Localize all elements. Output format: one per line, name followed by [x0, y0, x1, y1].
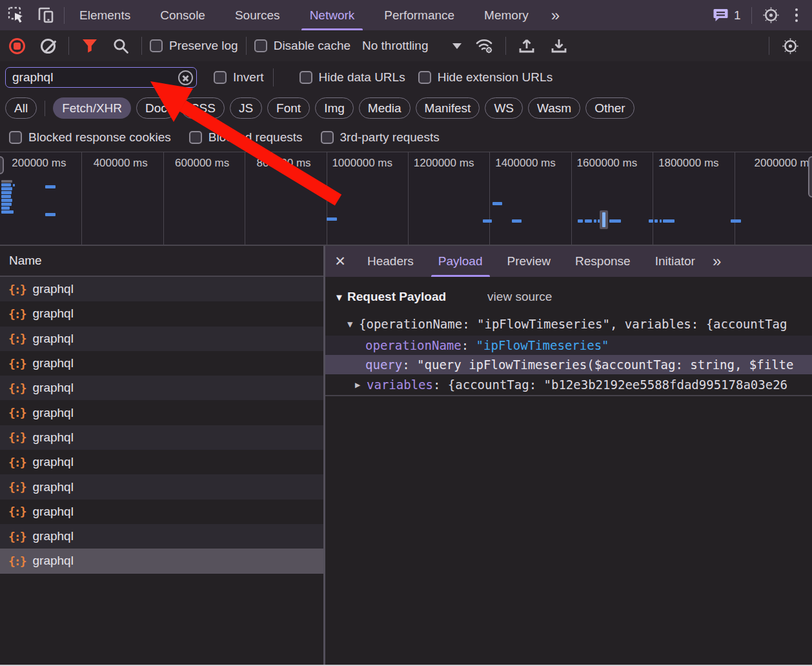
disable-cache-checkbox[interactable]: Disable cache	[254, 39, 350, 53]
payload-row-variables[interactable]: ▶variables: {accountTag: "b12e3b2192ee55…	[325, 374, 812, 396]
chip-font[interactable]: Font	[267, 97, 310, 119]
chip-fetch-xhr[interactable]: Fetch/XHR	[53, 97, 131, 119]
checkbox[interactable]	[321, 131, 334, 144]
request-row[interactable]: {:}graphql	[0, 400, 323, 425]
resource-type-filters: All Fetch/XHR Doc CSS JS Font Img Media …	[0, 94, 812, 123]
tab-memory[interactable]: Memory	[469, 0, 543, 30]
chip-all[interactable]: All	[5, 97, 37, 119]
checkbox[interactable]	[9, 131, 22, 144]
tab-initiator[interactable]: Initiator	[643, 246, 707, 277]
timeline-tick-label: 1000000 ms	[332, 157, 392, 170]
request-name: graphql	[33, 406, 74, 420]
export-har-icon[interactable]	[546, 33, 572, 59]
divider	[751, 7, 752, 24]
network-overview-timeline[interactable]: 200000 ms 400000 ms 600000 ms 800000 ms …	[0, 152, 812, 246]
request-row[interactable]: {:}graphql	[0, 277, 323, 301]
third-party-requests-checkbox[interactable]: 3rd-party requests	[321, 130, 440, 145]
chip-css[interactable]: CSS	[181, 97, 225, 119]
payload-summary-row[interactable]: ▼ {operationName: "ipFlowTimeseries", va…	[325, 312, 812, 336]
throttling-dropdown[interactable]: No throttling	[362, 39, 462, 53]
request-row[interactable]: {:}graphql	[0, 327, 323, 351]
chip-media[interactable]: Media	[359, 97, 411, 119]
request-payload-section[interactable]: ▼ Request Payload	[334, 290, 446, 304]
clear-filter-icon[interactable]	[178, 70, 193, 85]
expander-icon[interactable]: ▼	[334, 292, 346, 303]
import-har-icon[interactable]	[514, 33, 540, 59]
more-tabs-icon[interactable]: »	[707, 252, 725, 270]
chip-js[interactable]: JS	[230, 97, 262, 119]
tab-response[interactable]: Response	[563, 246, 643, 277]
chip-other[interactable]: Other	[585, 97, 634, 119]
filter-input[interactable]	[6, 70, 196, 85]
json-icon: {:}	[8, 307, 26, 321]
chip-doc[interactable]: Doc	[136, 97, 176, 119]
chip-img[interactable]: Img	[315, 97, 354, 119]
issues-counter[interactable]: 1	[713, 8, 741, 23]
record-button[interactable]	[4, 33, 30, 59]
menu-dots-icon[interactable]	[790, 6, 804, 25]
json-icon: {:}	[8, 480, 26, 494]
request-row[interactable]: {:}graphql	[0, 425, 323, 450]
tab-sources[interactable]: Sources	[220, 0, 295, 30]
json-icon: {:}	[8, 332, 26, 345]
request-row[interactable]: {:}graphql	[0, 351, 323, 376]
panel-settings-gear-icon[interactable]	[777, 33, 803, 59]
request-row[interactable]: {:}graphql	[0, 301, 323, 326]
device-toolbar-icon[interactable]	[37, 7, 55, 24]
tab-payload[interactable]: Payload	[426, 246, 495, 277]
clear-button[interactable]	[35, 33, 61, 59]
chip-manifest[interactable]: Manifest	[416, 97, 480, 119]
checkbox[interactable]	[150, 39, 163, 52]
json-icon: {:}	[8, 505, 26, 518]
blocked-requests-checkbox[interactable]: Blocked requests	[189, 130, 303, 145]
search-icon[interactable]	[108, 33, 134, 59]
chip-wasm[interactable]: Wasm	[528, 97, 580, 119]
payload-row-operationname[interactable]: operationName: "ipFlowTimeseries"	[325, 336, 812, 355]
view-source-link[interactable]: view source	[487, 290, 552, 304]
request-row[interactable]: {:}graphql	[0, 524, 323, 549]
json-separator: :	[433, 378, 448, 392]
detail-tabbar: ✕ Headers Payload Preview Response Initi…	[325, 246, 812, 277]
tab-headers[interactable]: Headers	[355, 246, 426, 277]
timeline-grip-left[interactable]	[0, 156, 4, 174]
divider	[45, 101, 45, 116]
payload-row-query-selected[interactable]: query: "query ipFlowTimeseries($accountT…	[325, 355, 812, 374]
expander-icon[interactable]: ▶	[355, 379, 367, 390]
name-column-header[interactable]: Name	[0, 246, 323, 277]
expander-icon[interactable]: ▼	[347, 319, 359, 329]
filter-input-box[interactable]	[5, 67, 197, 88]
hide-data-urls-checkbox[interactable]: Hide data URLs	[299, 70, 405, 85]
checkbox[interactable]	[189, 131, 202, 144]
network-conditions-icon[interactable]	[472, 33, 498, 59]
tab-performance[interactable]: Performance	[369, 0, 469, 30]
request-row[interactable]: {:}graphql	[0, 450, 323, 474]
hide-extension-urls-checkbox[interactable]: Hide extension URLs	[418, 70, 553, 85]
invert-checkbox[interactable]: Invert	[214, 70, 264, 85]
chip-ws[interactable]: WS	[485, 97, 523, 119]
request-row[interactable]: {:}graphql	[0, 500, 323, 524]
checkbox[interactable]	[299, 71, 312, 84]
tab-console[interactable]: Console	[145, 0, 220, 30]
request-row[interactable]: {:}graphql	[0, 474, 323, 499]
timeline-grip-right[interactable]	[808, 156, 812, 197]
divider	[141, 37, 142, 55]
request-name: graphql	[33, 332, 74, 346]
request-row[interactable]: {:}graphql	[0, 376, 323, 400]
preserve-log-checkbox[interactable]: Preserve log	[150, 39, 238, 53]
checkbox[interactable]	[254, 39, 267, 52]
tab-elements[interactable]: Elements	[65, 0, 145, 30]
tab-preview[interactable]: Preview	[495, 246, 563, 277]
checkbox[interactable]	[214, 71, 227, 84]
blocked-response-cookies-checkbox[interactable]: Blocked response cookies	[9, 130, 171, 145]
more-tabs-icon[interactable]: »	[543, 6, 566, 25]
settings-gear-icon[interactable]	[762, 6, 780, 24]
timeline-tick-label: 1800000 ms	[658, 157, 719, 170]
waterfall-bar	[609, 219, 621, 223]
tab-network[interactable]: Network	[295, 0, 370, 30]
inspect-element-icon[interactable]	[8, 6, 25, 24]
request-row-selected[interactable]: {:}graphql	[0, 549, 323, 573]
checkbox[interactable]	[418, 71, 431, 84]
close-icon[interactable]: ✕	[325, 254, 355, 269]
waterfall-bar	[585, 219, 592, 223]
filter-icon[interactable]	[77, 33, 103, 59]
